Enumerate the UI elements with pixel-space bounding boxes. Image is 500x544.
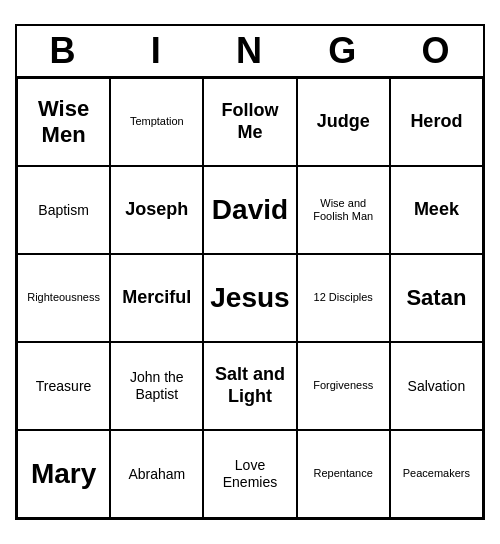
header-letter: I	[110, 26, 203, 76]
bingo-cell: Wise Men	[17, 78, 110, 166]
bingo-cell: Meek	[390, 166, 483, 254]
header-letter: G	[297, 26, 390, 76]
header-letter: O	[390, 26, 483, 76]
bingo-card: BINGO Wise MenTemptationFollow MeJudgeHe…	[15, 24, 485, 520]
bingo-cell: Peacemakers	[390, 430, 483, 518]
bingo-cell: Wise and Foolish Man	[297, 166, 390, 254]
bingo-cell: Joseph	[110, 166, 203, 254]
bingo-cell: 12 Disciples	[297, 254, 390, 342]
bingo-header: BINGO	[17, 26, 483, 78]
bingo-grid: Wise MenTemptationFollow MeJudgeHerodBap…	[17, 78, 483, 518]
bingo-cell: Baptism	[17, 166, 110, 254]
bingo-cell: Treasure	[17, 342, 110, 430]
bingo-cell: Abraham	[110, 430, 203, 518]
bingo-cell: Satan	[390, 254, 483, 342]
bingo-cell: Temptation	[110, 78, 203, 166]
bingo-cell: Love Enemies	[203, 430, 296, 518]
bingo-cell: Follow Me	[203, 78, 296, 166]
bingo-cell: Forgiveness	[297, 342, 390, 430]
bingo-cell: John the Baptist	[110, 342, 203, 430]
header-letter: B	[17, 26, 110, 76]
bingo-cell: Mary	[17, 430, 110, 518]
header-letter: N	[203, 26, 296, 76]
bingo-cell: Jesus	[203, 254, 296, 342]
bingo-cell: Herod	[390, 78, 483, 166]
bingo-cell: Merciful	[110, 254, 203, 342]
bingo-cell: Salt and Light	[203, 342, 296, 430]
bingo-cell: Repentance	[297, 430, 390, 518]
bingo-cell: Righteousness	[17, 254, 110, 342]
bingo-cell: Salvation	[390, 342, 483, 430]
bingo-cell: David	[203, 166, 296, 254]
bingo-cell: Judge	[297, 78, 390, 166]
